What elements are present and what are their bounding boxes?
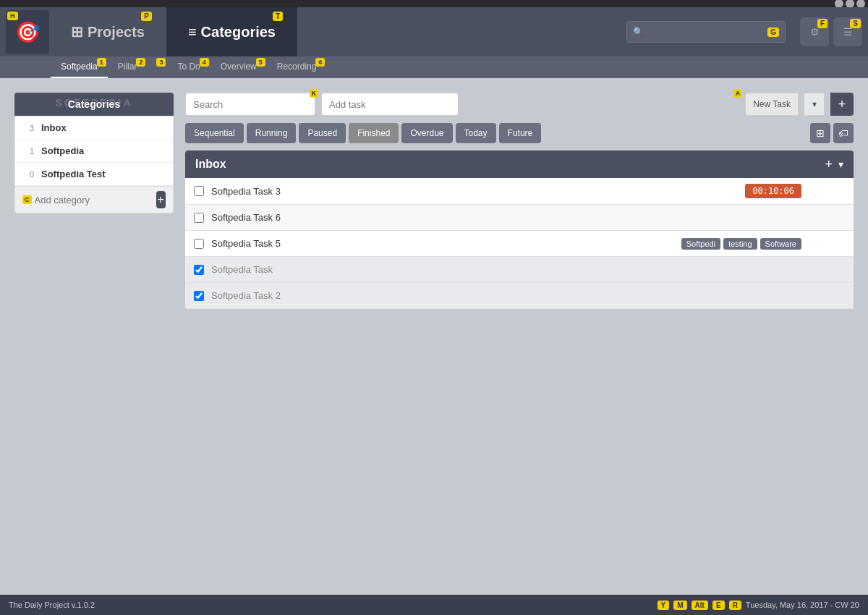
filter-overdue[interactable]: Overdue xyxy=(401,123,452,143)
task-2-checkbox[interactable] xyxy=(194,213,204,223)
status-badge-y: Y xyxy=(658,601,670,610)
filter-sequential[interactable]: Sequential xyxy=(185,123,244,143)
task-row: Softpedia Task xyxy=(185,257,854,283)
task-1-timer: 00:10:06 xyxy=(745,184,801,198)
add-task-plus-button[interactable]: + xyxy=(830,93,854,116)
sidebar-title: Categories xyxy=(68,98,120,110)
nav-tabs: ⊞ Projects P ≡ Categories T xyxy=(49,7,612,56)
secondary-tab-3[interactable]: 3 xyxy=(147,56,167,78)
sec-tab-overview-badge: 5 xyxy=(256,58,265,67)
grid-icon: ⊞ xyxy=(816,127,825,139)
task-row: Softpedia Task 3 00:10:06 xyxy=(185,178,854,205)
tab-categories[interactable]: ≡ Categories T xyxy=(166,7,297,56)
category-item-softpedia-test[interactable]: 0 Softpedia Test xyxy=(15,163,173,186)
filter-future[interactable]: Future xyxy=(499,123,542,143)
tag-software: Software xyxy=(760,238,801,250)
secondary-tab-todo[interactable]: To Do 4 xyxy=(167,56,210,78)
category-name-softpedia: Softpedia xyxy=(41,145,84,156)
tag-view-button[interactable]: 🏷 xyxy=(833,123,854,143)
plus-icon: + xyxy=(838,97,846,112)
new-task-dropdown-button[interactable]: ▾ xyxy=(804,93,825,116)
category-count-softpedia: 1 xyxy=(24,147,34,156)
top-btn-f-badge: F xyxy=(817,19,827,28)
search-task-badge: K xyxy=(310,89,319,98)
add-category-row: C + xyxy=(14,187,174,213)
status-right: Y M Alt E R Tuesday, May 16, 2017 - CW 2… xyxy=(658,601,859,610)
secondary-tab-softpedia[interactable]: Softpedia 1 xyxy=(51,56,108,78)
projects-tab-label: Projects xyxy=(88,24,145,41)
task-3-tags: Softpedi testing Software xyxy=(681,238,801,250)
sec-tab-softpedia-badge: 1 xyxy=(97,58,106,67)
projects-tab-icon: ⊞ xyxy=(71,23,83,41)
category-item-softpedia[interactable]: 1 Softpedia xyxy=(15,140,173,163)
add-task-wrapper: A xyxy=(321,93,739,116)
title-bar xyxy=(0,0,868,7)
top-right-buttons: F ⚙ S ☰ xyxy=(800,17,862,46)
task-2-name: Softpedia Task 6 xyxy=(211,212,801,223)
global-search-box[interactable]: 🔍 G xyxy=(626,21,786,43)
tab-projects[interactable]: ⊞ Projects P xyxy=(49,7,166,56)
category-item-inbox[interactable]: 3 Inbox xyxy=(15,116,173,140)
category-count-inbox: 3 xyxy=(24,124,34,132)
search-wrapper: K xyxy=(185,93,315,116)
task-panel-header-actions: + ▾ xyxy=(825,158,843,171)
grid-view-button[interactable]: ⊞ xyxy=(810,123,830,143)
task-4-checkbox[interactable] xyxy=(194,265,204,275)
status-badge-e: E xyxy=(712,601,725,610)
top-btn-s[interactable]: S ☰ xyxy=(833,17,862,46)
status-badge-r: R xyxy=(729,601,741,610)
tag-icon: 🏷 xyxy=(838,127,848,139)
search-nav-icon: 🔍 xyxy=(633,27,644,37)
add-task-input[interactable] xyxy=(321,93,459,116)
filter-bar: Sequential Running Paused Finished Overd… xyxy=(185,123,854,143)
categories-sidebar: SOFTPEDIA Categories 3 Inbox 1 Softpedia… xyxy=(14,93,174,580)
task-panel: Inbox + ▾ Softpedia Task 3 00:10:06 Soft xyxy=(185,150,854,309)
top-btn-f[interactable]: F ⚙ xyxy=(800,17,829,46)
sec-tab-todo-label: To Do xyxy=(177,62,200,72)
secondary-tab-overview[interactable]: Overview 5 xyxy=(210,56,267,78)
categories-tab-label: Categories xyxy=(201,24,276,41)
sec-tab-pillar-badge: 2 xyxy=(136,58,145,67)
sec-tab-recording-badge: 6 xyxy=(315,58,325,67)
filter-today[interactable]: Today xyxy=(456,123,496,143)
tag-softpedi: Softpedi xyxy=(681,238,720,250)
task-panel-collapse-button[interactable]: ▾ xyxy=(838,159,843,169)
filter-paused[interactable]: Paused xyxy=(299,123,346,143)
secondary-nav: Softpedia 1 Pillar 2 3 To Do 4 Overview … xyxy=(0,56,868,78)
sec-tab-3-badge: 3 xyxy=(156,58,166,67)
add-category-input[interactable] xyxy=(35,195,156,205)
add-task-badge: A xyxy=(733,89,743,98)
sec-tab-pillar-label: Pillar xyxy=(118,62,137,72)
secondary-tab-recording[interactable]: Recording 6 xyxy=(267,56,327,78)
sec-tab-recording-label: Recording xyxy=(277,62,317,72)
task-toolbar: K A New Task ▾ + xyxy=(185,93,854,116)
logo-icon: 🎯 xyxy=(15,20,41,44)
status-badge-m: M xyxy=(673,601,686,610)
projects-tab-badge: P xyxy=(141,12,152,21)
category-name-softpedia-test: Softpedia Test xyxy=(41,169,106,179)
add-category-button[interactable]: + xyxy=(156,191,166,208)
status-bar: The Daily Project v.1.0.2 Y M Alt E R Tu… xyxy=(0,595,868,615)
top-btn-s-badge: S xyxy=(850,19,861,28)
app-logo[interactable]: 🎯 H xyxy=(6,10,49,54)
task-row: Softpedia Task 5 Softpedi testing Softwa… xyxy=(185,231,854,257)
task-4-name: Softpedia Task xyxy=(211,264,801,275)
task-5-checkbox[interactable] xyxy=(194,291,204,301)
task-search-input[interactable] xyxy=(185,93,315,116)
task-3-checkbox[interactable] xyxy=(194,239,204,249)
secondary-tab-pillar[interactable]: Pillar 2 xyxy=(108,56,148,78)
task-list: Softpedia Task 3 00:10:06 Softpedia Task… xyxy=(185,178,854,309)
filter-finished[interactable]: Finished xyxy=(349,123,399,143)
status-date: Tuesday, May 16, 2017 - CW 20 xyxy=(746,601,859,609)
filter-running[interactable]: Running xyxy=(247,123,297,143)
task-1-checkbox[interactable] xyxy=(194,186,204,196)
top-nav: 🎯 H ⊞ Projects P ≡ Categories T 🔍 G F ⚙ … xyxy=(0,7,868,56)
dropdown-icon: ▾ xyxy=(812,99,817,109)
task-panel-add-button[interactable]: + xyxy=(825,158,833,171)
new-task-button[interactable]: New Task xyxy=(745,93,799,116)
view-buttons: ⊞ 🏷 xyxy=(810,123,854,143)
sec-tab-todo-badge: 4 xyxy=(200,58,209,67)
categories-tab-badge: T xyxy=(273,12,283,21)
global-search-input[interactable] xyxy=(648,27,767,38)
category-name-inbox: Inbox xyxy=(41,122,67,133)
